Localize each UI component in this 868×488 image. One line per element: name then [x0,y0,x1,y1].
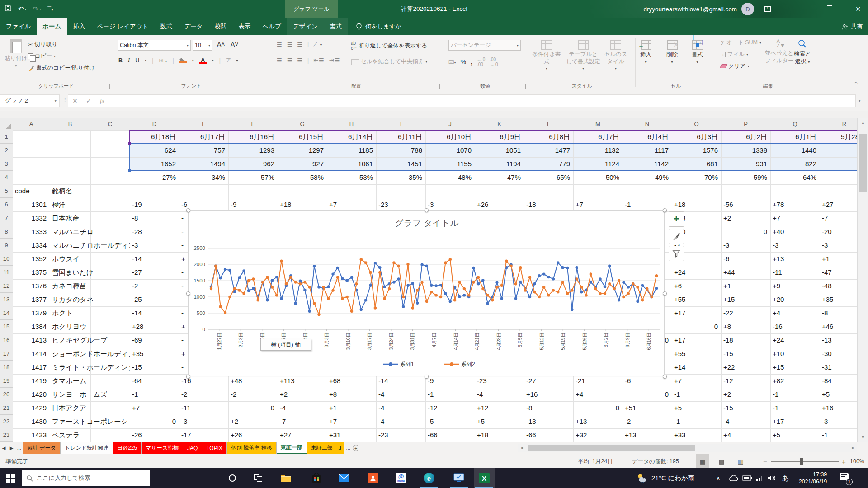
column-header-G[interactable]: G [278,118,327,130]
cell-F6[interactable]: -9 [228,198,278,211]
sheet-tab-東証二部[interactable]: 東証二部 [307,442,337,454]
cell-A5[interactable]: code [13,184,50,198]
cell-K6[interactable]: +26 [475,198,524,211]
cell-L22[interactable]: -13 [524,415,573,428]
cell-O19[interactable]: +7 [672,374,721,388]
clipboard-dialog-launcher[interactable] [105,84,110,89]
cell-L21[interactable]: -8 [524,401,573,415]
cell-B18[interactable]: ミライト・ホールディングス [50,361,130,374]
zoom-slider-track[interactable] [771,461,839,462]
cell-O17[interactable]: +55 [672,347,721,361]
cell-I21[interactable]: -4 [376,401,425,415]
row-header-5[interactable]: 5 [0,184,13,198]
column-header-J[interactable]: J [425,118,475,130]
ribbon-tab-表示[interactable]: 表示 [233,18,257,35]
chart-selection-handle[interactable] [663,208,667,212]
row-header-16[interactable]: 16 [0,333,13,347]
tray-expand-icon[interactable]: ∧ [716,468,721,488]
column-header-M[interactable]: M [573,118,623,130]
sheet-tab-J[interactable]: J [337,442,344,454]
cell-P15[interactable]: +8 [721,320,770,333]
notification-center-button[interactable]: 1 [839,468,849,488]
cell-E4[interactable]: 34% [179,171,228,184]
cell-I20[interactable]: -4 [376,388,425,401]
monitor-app-button[interactable] [448,468,469,488]
sheet-tab-overflow[interactable]: … [344,442,352,454]
cell-A8[interactable]: 1333 [13,225,50,239]
cell-G6[interactable]: +18 [278,198,327,211]
cell-G20[interactable]: +2 [278,388,327,401]
cell-O11[interactable]: +24 [672,266,721,279]
autosum-button[interactable]: Σオート SUM▾ [721,39,761,47]
cell-N20[interactable]: 0 [623,388,672,401]
cell-P17[interactable]: -15 [721,347,770,361]
cell-R15[interactable]: +46 [820,320,857,333]
paste-button[interactable]: 貼り付け▾ [5,39,28,68]
blue-range-handle[interactable] [128,169,131,172]
name-box[interactable]: グラフ 2▾ [0,94,60,107]
cell-H6[interactable]: +7 [327,198,376,211]
chart-selection-handle[interactable] [186,291,190,296]
cell-P22[interactable]: -4 [721,415,770,428]
column-header-N[interactable]: N [623,118,672,130]
row-header-9[interactable]: 9 [0,239,13,252]
ribbon-tab-ヘルプ[interactable]: ヘルプ [257,18,287,35]
cell-K20[interactable]: -4 [475,388,524,401]
cell-R19[interactable]: -84 [820,374,857,388]
cell-P7[interactable]: +2 [721,211,770,225]
ribbon-tab-書式[interactable]: 書式 [324,18,348,35]
formula-input[interactable]: ✕ ✓ fx [68,94,856,107]
taskbar-search-input[interactable]: ここに入力して検索 [22,470,150,486]
namebox-dropdown-icon[interactable]: ▾ [54,99,57,103]
row-header-17[interactable]: 17 [0,347,13,361]
cell-I6[interactable]: -23 [376,198,425,211]
cell-B12[interactable]: カネコ種苗 [50,279,130,293]
cell-Q14[interactable]: +4 [770,306,820,320]
cell-B9[interactable]: マルハニチロホールディングス [50,239,130,252]
cell-A13[interactable]: 1377 [13,293,50,306]
cell-Q4[interactable]: 64% [770,171,820,184]
chart-selection-handle[interactable] [186,208,190,212]
column-header-R[interactable]: R [820,118,857,130]
insert-function-icon[interactable]: fx [95,97,109,104]
atmenu-app-button[interactable]: @menu [391,468,411,488]
ribbon-tab-数式[interactable]: 数式 [154,18,178,35]
cell-J4[interactable]: 48% [425,171,475,184]
sheet-tab-TOPIX[interactable]: TOPIX [202,442,227,454]
cell-B19[interactable]: タマホーム [50,374,130,388]
cell-N22[interactable]: -2 [623,415,672,428]
column-header-D[interactable]: D [130,118,179,130]
horizontal-scroll-thumb[interactable] [528,445,695,451]
cell-Q22[interactable]: +17 [770,415,820,428]
cell-A11[interactable]: 1375 [13,266,50,279]
column-header-A[interactable]: A [13,118,50,130]
cell-P23[interactable]: +4 [721,428,770,442]
cell-D13[interactable]: -25 [130,293,179,306]
sheet-tab-トレンド統計関連[interactable]: トレンド統計関連 [61,442,113,454]
font-name-select[interactable]: Calibri 本文▾ [118,40,191,51]
cell-B13[interactable]: サカタのタネ [50,293,130,306]
cell-M20[interactable]: +4 [573,388,623,401]
cell-Q20[interactable]: -1 [770,388,820,401]
align-bottom-icon[interactable]: ☰ [297,41,303,48]
delete-cells-button[interactable]: ✕ 削除▾ [666,40,678,64]
cell-O4[interactable]: 70% [672,171,721,184]
cell-D23[interactable]: -26 [130,428,179,442]
cortana-button[interactable] [222,468,243,488]
cell-styles-button[interactable]: セルのスタイル▾ [603,40,628,70]
cell-B17[interactable]: ショーボンドホールディングス [50,347,130,361]
row-header-6[interactable]: 6 [0,198,13,211]
weather-widget[interactable]: 21°C にわか雨 [637,468,694,488]
scroll-right-icon[interactable]: ► [849,444,857,452]
number-dialog-launcher[interactable] [521,84,526,89]
cell-J22[interactable]: -5 [425,415,475,428]
cell-P8[interactable]: 0 [721,225,770,239]
cell-Q18[interactable]: +15 [770,361,820,374]
row-header-8[interactable]: 8 [0,225,13,239]
cell-R23[interactable]: -1 [820,428,857,442]
ribbon-tab-デザイン[interactable]: デザイン [287,18,324,35]
cell-P20[interactable]: +2 [721,388,770,401]
cell-M4[interactable]: 50% [573,171,623,184]
cell-B23[interactable]: ベステラ [50,428,130,442]
cell-D22[interactable]: 0 [130,415,179,428]
